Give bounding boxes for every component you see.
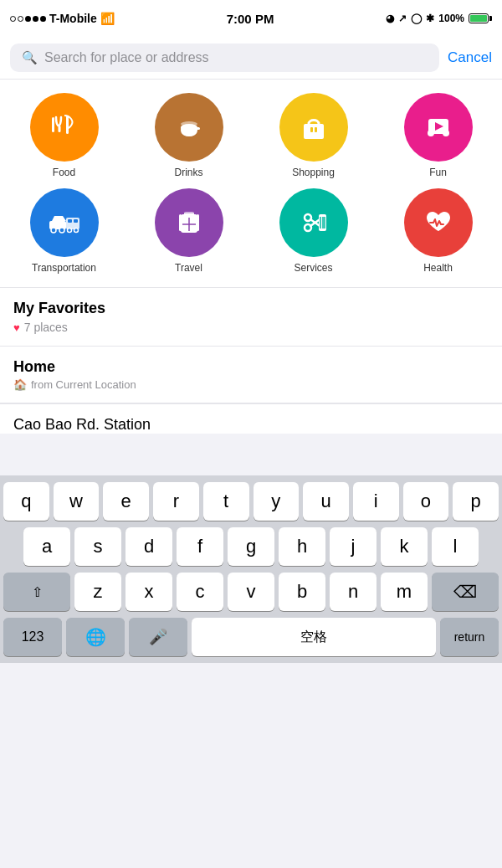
key-m[interactable]: m xyxy=(381,573,428,611)
key-t[interactable]: t xyxy=(203,482,249,521)
svg-rect-2 xyxy=(66,116,69,134)
category-food[interactable]: Food xyxy=(7,93,121,178)
main-content: Food Drinks xyxy=(0,80,502,434)
key-shift[interactable]: ⇧ xyxy=(3,573,70,611)
svg-rect-0 xyxy=(52,117,54,132)
svg-rect-9 xyxy=(315,127,317,132)
svg-point-12 xyxy=(428,130,434,136)
home-item[interactable]: Home 🏠 from Current Location xyxy=(0,347,502,403)
status-bar: T-Mobile 📶 7:00 PM ◕ ↗ ◯ ✱ 100% xyxy=(0,0,502,37)
keyboard-gap xyxy=(0,434,502,475)
search-box[interactable]: 🔍 Search for place or address xyxy=(10,44,439,72)
fun-label: Fun xyxy=(429,167,447,178)
health-icon xyxy=(422,206,455,239)
key-o[interactable]: o xyxy=(403,482,449,521)
services-icon xyxy=(297,206,330,239)
key-space[interactable]: 空格 xyxy=(192,618,436,656)
key-delete[interactable]: ⌫ xyxy=(432,573,499,611)
fun-icon xyxy=(422,110,455,144)
svg-point-21 xyxy=(67,229,71,233)
key-z[interactable]: z xyxy=(74,573,121,611)
heart-icon: ♥ xyxy=(13,321,20,334)
category-shopping[interactable]: Shopping xyxy=(256,93,371,178)
keyboard-row-2: a s d f g h j k l xyxy=(3,527,499,566)
svg-rect-7 xyxy=(304,124,324,139)
travel-label: Travel xyxy=(175,262,202,274)
transportation-circle xyxy=(30,188,99,257)
key-h[interactable]: h xyxy=(279,527,325,566)
food-label: Food xyxy=(53,167,75,178)
key-l[interactable]: l xyxy=(432,527,479,566)
key-a[interactable]: a xyxy=(23,527,70,566)
key-c[interactable]: c xyxy=(177,573,223,611)
cancel-button[interactable]: Cancel xyxy=(448,49,492,66)
favorites-count: 7 places xyxy=(24,321,68,334)
key-j[interactable]: j xyxy=(330,527,376,566)
key-f[interactable]: f xyxy=(177,527,223,566)
health-label: Health xyxy=(423,262,453,274)
battery-percent: 100% xyxy=(438,13,464,24)
category-transportation[interactable]: Transportation xyxy=(7,188,121,274)
keyboard: q w e r t y u i o p a s d f g h j k l ⇧ … xyxy=(0,475,502,663)
food-circle xyxy=(30,93,99,162)
arrow-icon: ↗ xyxy=(398,13,407,24)
key-r[interactable]: r xyxy=(153,482,199,521)
key-q[interactable]: q xyxy=(3,482,49,521)
category-services[interactable]: Services xyxy=(256,188,371,274)
search-placeholder: Search for place or address xyxy=(44,50,209,65)
key-s[interactable]: s xyxy=(74,527,121,566)
bluetooth-icon: ✱ xyxy=(426,13,434,24)
category-drinks[interactable]: Drinks xyxy=(131,93,246,178)
key-d[interactable]: d xyxy=(126,527,172,566)
key-g[interactable]: g xyxy=(228,527,274,566)
category-travel[interactable]: Travel xyxy=(131,188,246,274)
status-right: ◕ ↗ ◯ ✱ 100% xyxy=(386,13,492,24)
key-e[interactable]: e xyxy=(103,482,149,521)
keyboard-row-4: 123 🌐 🎤 空格 return xyxy=(3,618,499,656)
key-p[interactable]: p xyxy=(453,482,499,521)
keyboard-row-3: ⇧ z x c v b n m ⌫ xyxy=(3,573,499,611)
key-x[interactable]: x xyxy=(126,573,172,611)
category-health[interactable]: Health xyxy=(381,188,495,274)
keyboard-row-1: q w e r t y u i o p xyxy=(3,482,499,521)
key-mic[interactable]: 🎤 xyxy=(129,618,187,656)
svg-point-13 xyxy=(443,130,449,136)
key-b[interactable]: b xyxy=(279,573,325,611)
svg-point-22 xyxy=(74,229,78,233)
services-circle xyxy=(279,188,348,257)
home-title: Home xyxy=(13,358,489,376)
drinks-icon xyxy=(172,110,206,144)
search-bar-container: 🔍 Search for place or address Cancel xyxy=(0,37,502,80)
signal-dot-3 xyxy=(25,16,31,22)
key-u[interactable]: u xyxy=(303,482,349,521)
shopping-icon xyxy=(297,110,330,144)
svg-rect-5 xyxy=(196,127,200,130)
key-n[interactable]: n xyxy=(330,573,376,611)
svg-rect-29 xyxy=(197,214,199,231)
favorites-section[interactable]: My Favorites ♥ 7 places xyxy=(0,288,502,346)
key-num[interactable]: 123 xyxy=(3,618,62,656)
key-k[interactable]: k xyxy=(381,527,428,566)
key-w[interactable]: w xyxy=(54,482,100,521)
svg-rect-25 xyxy=(184,212,194,213)
svg-rect-1 xyxy=(58,126,60,132)
search-icon: 🔍 xyxy=(22,50,38,65)
key-return[interactable]: return xyxy=(440,618,499,656)
category-grid: Food Drinks xyxy=(0,80,502,287)
battery-indicator xyxy=(469,13,492,23)
delete-icon: ⌫ xyxy=(453,582,477,602)
category-fun[interactable]: Fun xyxy=(381,93,495,178)
partial-item: Cao Bao Rd. Station xyxy=(0,403,502,434)
house-icon: 🏠 xyxy=(13,378,27,391)
key-i[interactable]: i xyxy=(353,482,399,521)
signal-dot-2 xyxy=(18,16,23,22)
wifi-icon: 📶 xyxy=(100,12,115,25)
key-y[interactable]: y xyxy=(254,482,300,521)
status-left: T-Mobile 📶 xyxy=(10,12,115,25)
travel-icon xyxy=(172,206,206,239)
home-subtitle-text: from Current Location xyxy=(31,378,136,391)
key-emoji[interactable]: 🌐 xyxy=(66,618,125,656)
status-time: 7:00 PM xyxy=(227,12,274,26)
shopping-circle xyxy=(279,93,348,162)
key-v[interactable]: v xyxy=(228,573,274,611)
